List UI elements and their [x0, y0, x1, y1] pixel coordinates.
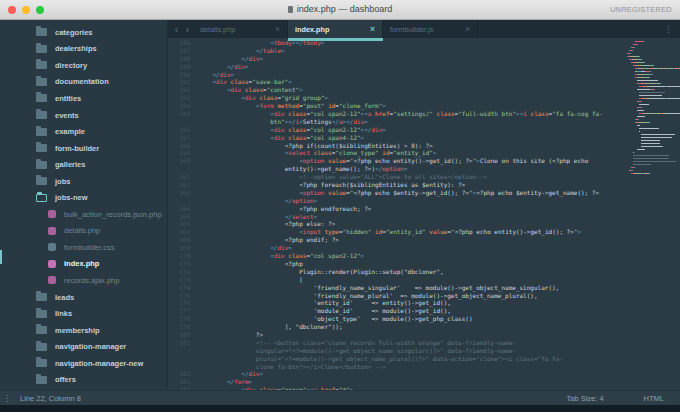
sidebar-item-page-builder[interactable]: page-builder	[0, 388, 167, 390]
sidebar-item-label: bulk_action_records.json.php	[64, 210, 162, 219]
window-controls	[0, 6, 44, 14]
code-line: 155 <div class="col span2-12"><a href="s…	[168, 110, 622, 118]
window-title: index.php — dashboard	[0, 0, 680, 18]
folder-icon	[36, 359, 47, 367]
syntax-indicator[interactable]: HTML	[644, 394, 664, 403]
sidebar-item-index.php[interactable]: index.php	[0, 256, 167, 273]
tab-formbuilder.js[interactable]: formbuilder.js×	[383, 20, 478, 38]
folder-icon	[36, 144, 47, 152]
status-menu-icon[interactable]: ⋮	[0, 393, 14, 403]
cursor-position: Line 22, Column 8	[20, 394, 81, 403]
code-line: 162 <?php foreach($siblingEntities as $e…	[168, 181, 622, 189]
folder-icon	[36, 111, 47, 119]
code-editor[interactable]: 146 <tbody></tbody>147 </table>148 </div…	[168, 38, 680, 390]
file-tree: categoriesdealershipsdirectorydocumentat…	[0, 24, 167, 390]
code-line: 153 <div class="grid group">	[168, 94, 622, 102]
code-line: 171 <?php	[168, 260, 622, 268]
folder-icon	[36, 343, 47, 351]
sidebar-item-jobs[interactable]: jobs	[0, 173, 167, 190]
folder-icon	[36, 61, 47, 69]
php-file-icon	[48, 227, 56, 235]
line-number: 157	[168, 134, 198, 142]
folder-icon	[36, 94, 47, 102]
sidebar-item-bulk_action_records.json.php[interactable]: bulk_action_records.json.php	[0, 206, 167, 223]
sidebar-item-documentation[interactable]: documentation	[0, 74, 167, 91]
line-number	[168, 363, 198, 371]
minimize-window-button[interactable]	[22, 6, 30, 14]
next-tab-button[interactable]: ›	[182, 20, 193, 38]
sidebar-item-navigation-manager[interactable]: navigation-manager	[0, 338, 167, 355]
folder-icon	[36, 161, 47, 169]
tab-overflow-menu-button[interactable]: ⋮	[664, 24, 680, 34]
code-line: </option>	[168, 197, 622, 205]
line-number: 184	[168, 386, 198, 390]
line-number: 179	[168, 323, 198, 331]
code-line: 179 ], "dbcloner"));	[168, 323, 622, 331]
code-line: singular="<?=module()->get_object_name_s…	[168, 347, 622, 355]
sidebar-item-events[interactable]: events	[0, 107, 167, 124]
titlebar: index.php — dashboard UNREGISTERED	[0, 0, 680, 20]
sidebar-item-details.php[interactable]: details.php	[0, 223, 167, 240]
line-number: 164	[168, 205, 198, 213]
close-tab-icon[interactable]: ×	[461, 24, 470, 34]
code-line: 151 <div class="save-bar">	[168, 78, 622, 86]
tab-details.php[interactable]: details.php×	[193, 20, 288, 38]
sidebar-item-categories[interactable]: categories	[0, 24, 167, 41]
tab-size-indicator[interactable]: Tab Size: 4	[566, 394, 603, 403]
sidebar-item-label: navigation-manager-new	[55, 359, 143, 368]
line-number: 151	[168, 78, 198, 86]
sidebar-item-directory[interactable]: directory	[0, 57, 167, 74]
line-number: 146	[168, 39, 198, 47]
line-number: 178	[168, 315, 198, 323]
sidebar-scroll-indicator	[0, 250, 2, 264]
line-number	[168, 165, 198, 173]
sidebar-item-membership[interactable]: membership	[0, 322, 167, 339]
folder-icon	[36, 326, 47, 334]
app-window: index.php — dashboard UNREGISTERED categ…	[0, 0, 680, 412]
code-line: 157 <div class="col span4-12">	[168, 134, 622, 142]
sidebar-item-links[interactable]: links	[0, 305, 167, 322]
sidebar-item-label: index.php	[64, 259, 99, 268]
minimap[interactable]	[622, 40, 680, 390]
close-window-button[interactable]	[8, 6, 16, 14]
sidebar-item-offers[interactable]: offers	[0, 371, 167, 388]
zoom-window-button[interactable]	[36, 6, 44, 14]
code-line: entity()->get_name(); ?>)</option>	[168, 165, 622, 173]
sidebar-item-navigation-manager-new[interactable]: navigation-manager-new	[0, 355, 167, 372]
code-line: 169 </div>	[168, 244, 622, 252]
sidebar-item-formbuilder.css[interactable]: formbuilder.css	[0, 239, 167, 256]
sidebar-item-form-builder[interactable]: form-builder	[0, 140, 167, 157]
sidebar-item-entities[interactable]: entities	[0, 90, 167, 107]
sidebar-item-example[interactable]: example	[0, 123, 167, 140]
tab-list: details.php×index.php×formbuilder.js×	[193, 20, 478, 38]
code-pane[interactable]: 146 <tbody></tbody>147 </table>148 </div…	[168, 39, 622, 390]
window-bottom-edge	[0, 405, 680, 412]
line-number	[168, 347, 198, 355]
tab-index.php[interactable]: index.php×	[288, 20, 383, 38]
line-number	[168, 118, 198, 126]
sidebar-item-dealerships[interactable]: dealerships	[0, 41, 167, 58]
line-number: 168	[168, 236, 198, 244]
sidebar-item-label: records.ajax.php	[64, 276, 119, 285]
close-tab-icon[interactable]: ×	[366, 24, 375, 34]
line-number: 160	[168, 157, 198, 165]
php-file-icon	[48, 260, 56, 268]
sidebar-item-leads[interactable]: leads	[0, 289, 167, 306]
code-line: 178 'object_type' => module()->get_php_c…	[168, 315, 622, 323]
tab-label: formbuilder.js	[390, 25, 461, 34]
php-file-icon	[48, 276, 56, 284]
line-number: 174	[168, 284, 198, 292]
sidebar-item-jobs-new[interactable]: jobs-new	[0, 189, 167, 206]
close-tab-icon[interactable]: ×	[271, 24, 280, 34]
code-line: 172 Plugin::render(Plugin::setup("dbclon…	[168, 268, 622, 276]
line-number: 153	[168, 94, 198, 102]
file-tree-sidebar: categoriesdealershipsdirectorydocumentat…	[0, 20, 168, 390]
status-bar: ⋮ Line 22, Column 8 Tab Size: 4 HTML	[0, 390, 680, 405]
line-number: 161	[168, 173, 198, 181]
sidebar-item-galleries[interactable]: galleries	[0, 156, 167, 173]
code-line: 166 <?php else: ?>	[168, 220, 622, 228]
prev-tab-button[interactable]: ‹	[171, 20, 182, 38]
code-line: 174 'friendly_name_singular' => module()…	[168, 284, 622, 292]
code-line: 161 <!--option value="ALL">Clone to all …	[168, 173, 622, 181]
sidebar-item-records.ajax.php[interactable]: records.ajax.php	[0, 272, 167, 289]
